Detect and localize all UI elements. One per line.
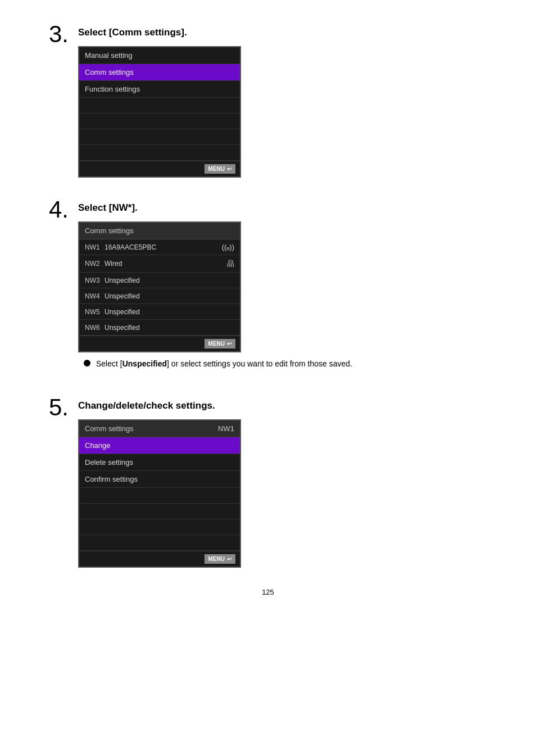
step-5-content: Change/delete/check settings. Comm setti… bbox=[78, 396, 487, 568]
nw-row-3[interactable]: NW3 Unspecified bbox=[79, 273, 240, 288]
menu-arrow-icon-5: ↩ bbox=[227, 556, 231, 562]
step5-screen-row-empty-3 bbox=[79, 519, 240, 535]
step-3: 3. Select [Comm settings]. Manual settin… bbox=[49, 22, 487, 178]
step-4-screen-footer: MENU ↩ bbox=[79, 336, 240, 351]
step-4: 4. Select [NW*]. Comm settings NW1 16A9A… bbox=[49, 198, 487, 375]
nw2-value: Wired bbox=[105, 260, 227, 268]
screen-row-delete[interactable]: Delete settings bbox=[79, 454, 240, 471]
nw3-value: Unspecified bbox=[105, 277, 234, 284]
step-5: 5. Change/delete/check settings. Comm se… bbox=[49, 396, 487, 568]
nw-row-1[interactable]: NW1 16A9AACE5PBC ((ᵩ)) bbox=[79, 239, 240, 255]
step-3-title: Select [Comm settings]. bbox=[78, 27, 487, 38]
bullet-section: Select [Unspecified] or select settings … bbox=[78, 358, 487, 370]
page-number: 125 bbox=[49, 588, 487, 596]
nw2-label: NW2 bbox=[85, 260, 105, 268]
wifi-icon: ((ᵩ)) bbox=[222, 243, 234, 251]
screen-row-change[interactable]: Change bbox=[79, 437, 240, 454]
step-3-number: 3. bbox=[49, 22, 70, 46]
nw6-label: NW6 bbox=[85, 324, 105, 332]
nw4-value: Unspecified bbox=[105, 292, 234, 300]
step-3-screen-footer: MENU ↩ bbox=[79, 161, 240, 176]
screen-row-empty-3 bbox=[79, 129, 240, 145]
step-4-title: Select [NW*]. bbox=[78, 202, 487, 214]
step-3-content: Select [Comm settings]. Manual setting C… bbox=[78, 22, 487, 178]
menu-button-4[interactable]: MENU ↩ bbox=[205, 339, 235, 348]
screen-row-comm[interactable]: Comm settings bbox=[79, 64, 240, 81]
nw-row-5[interactable]: NW5 Unspecified bbox=[79, 304, 240, 320]
step-4-screen-header: Comm settings bbox=[79, 223, 240, 239]
menu-button-3[interactable]: MENU ↩ bbox=[205, 164, 235, 174]
step-3-screen: Manual setting Comm settings Function se… bbox=[78, 46, 241, 178]
screen-row-empty-2 bbox=[79, 114, 240, 129]
step-5-title: Change/delete/check settings. bbox=[78, 400, 487, 411]
network-icon: 品 bbox=[227, 259, 234, 269]
bullet-bold-text: Unspecified bbox=[122, 359, 167, 368]
bullet-text: Select [Unspecified] or select settings … bbox=[96, 358, 352, 370]
screen-row-empty-1 bbox=[79, 98, 240, 114]
nw5-label: NW5 bbox=[85, 308, 105, 316]
nw6-value: Unspecified bbox=[105, 324, 234, 332]
menu-arrow-icon-4: ↩ bbox=[227, 341, 231, 347]
step5-screen-row-empty-4 bbox=[79, 535, 240, 551]
step5-screen-row-empty-2 bbox=[79, 504, 240, 519]
step-5-screen-footer: MENU ↩ bbox=[79, 551, 240, 567]
nw4-label: NW4 bbox=[85, 292, 105, 300]
screen-row-manual: Manual setting bbox=[79, 47, 240, 64]
nw-row-4[interactable]: NW4 Unspecified bbox=[79, 288, 240, 304]
step-4-number: 4. bbox=[49, 198, 70, 221]
nw1-value: 16A9AACE5PBC bbox=[105, 243, 222, 251]
step5-screen-row-empty-1 bbox=[79, 488, 240, 504]
nw-row-2[interactable]: NW2 Wired 品 bbox=[79, 255, 240, 273]
nw1-label: NW1 bbox=[85, 243, 105, 251]
screen-row-confirm[interactable]: Confirm settings bbox=[79, 471, 240, 488]
nw5-value: Unspecified bbox=[105, 308, 234, 316]
step-5-number: 5. bbox=[49, 396, 70, 419]
bullet-icon bbox=[84, 360, 90, 366]
screen-row-empty-4 bbox=[79, 145, 240, 161]
step-4-screen: Comm settings NW1 16A9AACE5PBC ((ᵩ)) NW2… bbox=[78, 221, 241, 352]
screen-row-function: Function settings bbox=[79, 81, 240, 98]
page-content: 3. Select [Comm settings]. Manual settin… bbox=[49, 22, 487, 596]
step-5-screen-header: Comm settings NW1 bbox=[79, 420, 240, 437]
step-4-content: Select [NW*]. Comm settings NW1 16A9AACE… bbox=[78, 198, 487, 375]
step-5-screen: Comm settings NW1 Change Delete settings… bbox=[78, 419, 241, 568]
menu-button-5[interactable]: MENU ↩ bbox=[205, 554, 235, 564]
nw-row-6[interactable]: NW6 Unspecified bbox=[79, 320, 240, 336]
menu-arrow-icon: ↩ bbox=[227, 166, 231, 172]
nw3-label: NW3 bbox=[85, 277, 105, 284]
